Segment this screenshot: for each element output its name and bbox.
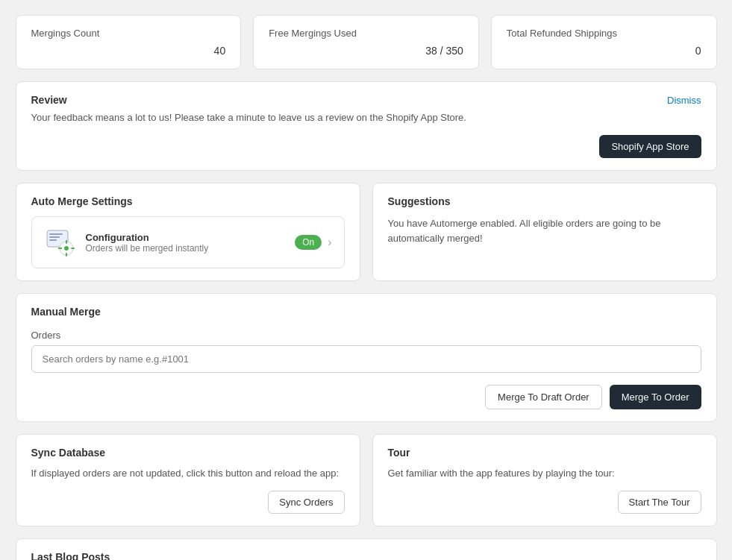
- sync-tour-row: Sync Database If displayed orders are no…: [16, 434, 717, 526]
- tour-title: Tour: [388, 447, 701, 459]
- auto-merge-card: Auto Merge Settings: [16, 183, 360, 281]
- svg-rect-3: [49, 239, 57, 241]
- last-blog-card: Last Blog Posts: [16, 538, 717, 560]
- config-sub: Orders will be merged instantly: [86, 243, 287, 254]
- stat-card-refunded: Total Refunded Shippings 0: [491, 15, 717, 69]
- svg-rect-9: [58, 248, 62, 249]
- stat-value-refunded: 0: [507, 45, 701, 57]
- stat-title-mergings: Mergings Count: [31, 28, 226, 39]
- stat-value-mergings: 40: [31, 45, 226, 57]
- dismiss-button[interactable]: Dismiss: [667, 95, 701, 106]
- toggle-on-badge[interactable]: On: [295, 235, 322, 250]
- suggestions-title: Suggestions: [388, 195, 701, 207]
- review-text: Your feedback means a lot to us! Please …: [31, 112, 701, 123]
- review-header: Review Dismiss: [31, 94, 701, 106]
- config-text: Configuration Orders will be merged inst…: [86, 232, 287, 254]
- tour-footer: Start The Tour: [388, 491, 701, 514]
- sync-text: If displayed orders are not updated, cli…: [31, 468, 345, 479]
- stat-title-refunded: Total Refunded Shippings: [507, 28, 701, 39]
- stat-title-free: Free Mergings Used: [269, 28, 463, 39]
- sync-footer: Sync Orders: [31, 491, 345, 514]
- start-tour-button[interactable]: Start The Tour: [618, 491, 701, 514]
- stat-card-mergings-count: Mergings Count 40: [16, 15, 242, 69]
- stat-card-free-mergings: Free Mergings Used 38 / 350: [253, 15, 479, 69]
- merge-buttons: Merge To Draft Order Merge To Order: [31, 385, 701, 409]
- auto-merge-suggestions-row: Auto Merge Settings: [16, 183, 717, 281]
- auto-merge-title: Auto Merge Settings: [31, 195, 345, 207]
- last-blog-title: Last Blog Posts: [31, 551, 701, 560]
- orders-search-input[interactable]: [31, 345, 701, 373]
- svg-rect-7: [66, 240, 67, 244]
- stats-row: Mergings Count 40 Free Mergings Used 38 …: [16, 15, 717, 69]
- stat-value-free: 38 / 350: [269, 45, 463, 57]
- merge-draft-button[interactable]: Merge To Draft Order: [485, 385, 602, 409]
- tour-text: Get familiar with the app features by pl…: [388, 468, 701, 479]
- config-name: Configuration: [86, 232, 287, 243]
- orders-label: Orders: [31, 330, 701, 341]
- suggestions-card: Suggestions You have Automerge enabled. …: [372, 183, 717, 281]
- config-item[interactable]: Configuration Orders will be merged inst…: [31, 216, 345, 268]
- config-icon: [44, 226, 77, 259]
- manual-merge-title: Manual Merge: [31, 306, 701, 318]
- svg-rect-10: [71, 248, 75, 249]
- manual-merge-card: Manual Merge Orders Merge To Draft Order…: [16, 293, 717, 422]
- svg-rect-1: [49, 233, 63, 235]
- chevron-right-icon: ›: [328, 236, 331, 249]
- shopify-app-store-button[interactable]: Shopify App Store: [599, 135, 701, 158]
- svg-point-5: [64, 246, 69, 251]
- svg-rect-8: [66, 253, 67, 257]
- sync-title: Sync Database: [31, 447, 345, 459]
- page-wrapper: Mergings Count 40 Free Mergings Used 38 …: [16, 15, 717, 560]
- review-card: Review Dismiss Your feedback means a lot…: [16, 81, 717, 171]
- svg-rect-2: [49, 236, 60, 238]
- tour-card: Tour Get familiar with the app features …: [372, 434, 717, 526]
- config-right: On ›: [295, 235, 331, 250]
- sync-database-card: Sync Database If displayed orders are no…: [16, 434, 360, 526]
- merge-order-button[interactable]: Merge To Order: [610, 385, 701, 409]
- sync-orders-button[interactable]: Sync Orders: [268, 491, 344, 514]
- suggestions-text: You have Automerge enabled. All eligible…: [388, 216, 701, 245]
- review-title: Review: [31, 94, 67, 106]
